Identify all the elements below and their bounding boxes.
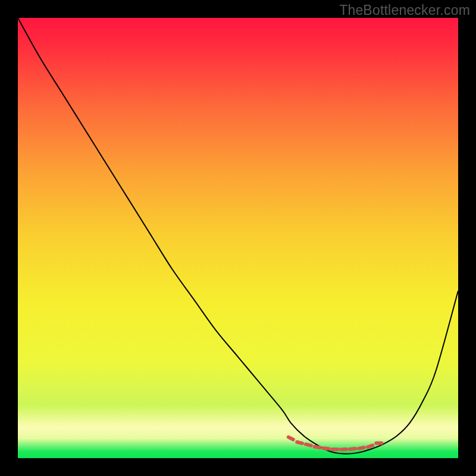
marker-segment <box>289 437 293 440</box>
marker-segment <box>350 449 355 449</box>
chart-background <box>18 18 458 458</box>
watermark-text: TheBottlenecker.com <box>339 2 470 18</box>
marker-segment <box>306 444 311 446</box>
marker-segment <box>324 448 329 449</box>
marker-segment <box>368 446 372 447</box>
marker-segment <box>315 447 320 447</box>
marker-segment <box>359 447 364 449</box>
marker-segment <box>297 442 302 443</box>
chart-svg <box>18 18 458 458</box>
chart-frame <box>18 18 458 458</box>
